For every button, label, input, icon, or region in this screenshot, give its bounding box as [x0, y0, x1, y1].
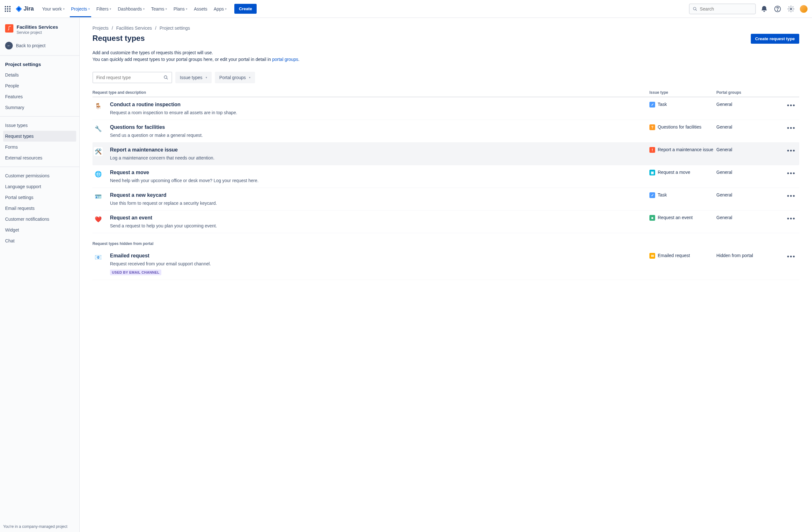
- sidebar-item-chat[interactable]: Chat: [3, 235, 76, 246]
- nav-item-label: Apps: [214, 6, 224, 12]
- table-row[interactable]: 🔧 Questions for facilities Send us a que…: [92, 120, 799, 143]
- notifications-icon[interactable]: [759, 4, 769, 14]
- app-switcher-icon[interactable]: [4, 5, 12, 13]
- issue-type-icon: ▣: [649, 170, 655, 175]
- row-actions-icon[interactable]: •••: [783, 215, 799, 222]
- issue-type-icon: ✉: [649, 253, 655, 259]
- sidebar-item-external-resources[interactable]: External resources: [3, 153, 76, 163]
- nav-item-projects[interactable]: Projects▾: [68, 4, 93, 14]
- issue-types-filter[interactable]: Issue types▾: [175, 72, 212, 83]
- request-type-icon: 🌐: [94, 170, 103, 178]
- nav-item-your-work[interactable]: Your work▾: [39, 4, 68, 14]
- nav-item-teams[interactable]: Teams▾: [148, 4, 170, 14]
- nav-item-label: Dashboards: [118, 6, 142, 12]
- back-to-project[interactable]: ← Back to project: [3, 39, 76, 52]
- nav-item-apps[interactable]: Apps▾: [211, 4, 230, 14]
- breadcrumb-item[interactable]: Facilities Services: [116, 26, 152, 31]
- issue-type-icon: ✓: [649, 192, 655, 198]
- table-row[interactable]: 🪪 Request a new keycard Use this form to…: [92, 188, 799, 211]
- sidebar-item-features[interactable]: Features: [3, 91, 76, 102]
- request-type-desc: Need help with your upcoming office or d…: [110, 178, 649, 183]
- nav-item-filters[interactable]: Filters▾: [93, 4, 114, 14]
- nav-item-label: Plans: [173, 6, 185, 12]
- sidebar-item-details[interactable]: Details: [3, 70, 76, 81]
- help-icon[interactable]: [772, 4, 783, 14]
- global-search[interactable]: [689, 3, 756, 14]
- find-request-type-input[interactable]: [96, 75, 163, 80]
- issue-type-label: Report a maintenance issue: [658, 147, 713, 152]
- issue-type-label: Request a move: [658, 170, 690, 175]
- table-row[interactable]: 📧 Emailed request Request received from …: [92, 248, 799, 280]
- sidebar-item-customer-notifications[interactable]: Customer notifications: [3, 214, 76, 225]
- sidebar-item-portal-settings[interactable]: Portal settings: [3, 192, 76, 203]
- row-actions-icon[interactable]: •••: [783, 170, 799, 177]
- request-type-icon: 🔧: [94, 125, 103, 133]
- svg-rect-0: [5, 6, 6, 7]
- request-type-desc: Send us a question or make a general req…: [110, 133, 649, 138]
- nav-item-assets[interactable]: Assets: [191, 4, 211, 14]
- svg-rect-2: [9, 6, 11, 7]
- issue-type-icon: ?: [649, 125, 655, 130]
- sidebar: Facilities Services Service project ← Ba…: [0, 18, 80, 532]
- row-actions-icon[interactable]: •••: [783, 192, 799, 200]
- svg-line-10: [696, 9, 697, 11]
- request-type-title: Request an event: [110, 215, 649, 221]
- issue-type-cell: ! Report a maintenance issue: [649, 147, 716, 153]
- svg-rect-8: [9, 11, 11, 12]
- hidden-section-label: Request types hidden from portal: [92, 242, 799, 246]
- request-types-table: Request type and description Issue type …: [92, 90, 799, 280]
- col-portal-groups: Portal groups: [716, 90, 783, 95]
- issue-type-label: Request an event: [658, 215, 693, 220]
- back-arrow-icon: ←: [5, 42, 13, 49]
- sidebar-item-issue-types[interactable]: Issue types: [3, 120, 76, 131]
- sidebar-item-customer-permissions[interactable]: Customer permissions: [3, 170, 76, 181]
- portal-groups-link[interactable]: portal groups: [272, 57, 299, 62]
- request-type-title: Report a maintenance issue: [110, 147, 649, 153]
- create-button[interactable]: Create: [234, 4, 257, 14]
- breadcrumb-item[interactable]: Project settings: [159, 26, 190, 31]
- portal-group-cell: General: [716, 170, 783, 175]
- avatar[interactable]: [799, 4, 808, 13]
- table-row[interactable]: 🌐 Request a move Need help with your upc…: [92, 165, 799, 188]
- breadcrumb-item[interactable]: Projects: [92, 26, 109, 31]
- svg-rect-7: [7, 11, 8, 12]
- find-request-type-field[interactable]: [92, 72, 172, 83]
- table-row[interactable]: 🪑 Conduct a routine inspection Request a…: [92, 97, 799, 120]
- portal-group-cell: General: [716, 192, 783, 198]
- search-icon: [163, 75, 168, 80]
- row-actions-icon[interactable]: •••: [783, 102, 799, 109]
- sidebar-item-summary[interactable]: Summary: [3, 102, 76, 113]
- global-search-input[interactable]: [700, 6, 752, 12]
- top-nav: Jira Your work▾Projects▾Filters▾Dashboar…: [0, 0, 812, 18]
- svg-line-15: [166, 78, 168, 80]
- issue-type-cell: ▣ Request a move: [649, 170, 716, 175]
- svg-point-9: [693, 7, 696, 10]
- nav-item-dashboards[interactable]: Dashboards▾: [114, 4, 148, 14]
- row-actions-icon[interactable]: •••: [783, 125, 799, 132]
- settings-icon[interactable]: [786, 4, 796, 14]
- sidebar-item-request-types[interactable]: Request types: [3, 131, 76, 142]
- table-row[interactable]: ❤️ Request an event Send a request to he…: [92, 211, 799, 233]
- filter-controls: Issue types▾ Portal groups▾: [92, 72, 799, 83]
- table-row[interactable]: 🛠️ Report a maintenance issue Log a main…: [92, 143, 799, 165]
- portal-groups-filter[interactable]: Portal groups▾: [215, 72, 255, 83]
- project-type: Service project: [17, 30, 58, 35]
- sidebar-item-widget[interactable]: Widget: [3, 225, 76, 235]
- sidebar-item-forms[interactable]: Forms: [3, 142, 76, 153]
- create-request-type-button[interactable]: Create request type: [751, 34, 799, 44]
- sidebar-item-language-support[interactable]: Language support: [3, 181, 76, 192]
- request-type-tag: USED BY EMAIL CHANNEL: [110, 270, 161, 275]
- sidebar-item-email-requests[interactable]: Email requests: [3, 203, 76, 214]
- nav-items: Your work▾Projects▾Filters▾Dashboards▾Te…: [39, 4, 230, 14]
- sidebar-item-people[interactable]: People: [3, 81, 76, 91]
- nav-item-plans[interactable]: Plans▾: [170, 4, 191, 14]
- chevron-down-icon: ▾: [186, 7, 187, 11]
- portal-group-cell: Hidden from portal: [716, 253, 783, 258]
- project-settings-heading: Project settings: [3, 59, 76, 70]
- jira-logo[interactable]: Jira: [15, 5, 34, 12]
- top-nav-right: [689, 3, 808, 14]
- chip-label: Portal groups: [219, 75, 246, 80]
- row-actions-icon[interactable]: •••: [783, 147, 799, 154]
- row-actions-icon[interactable]: •••: [783, 253, 799, 260]
- issue-type-icon: !: [649, 147, 655, 153]
